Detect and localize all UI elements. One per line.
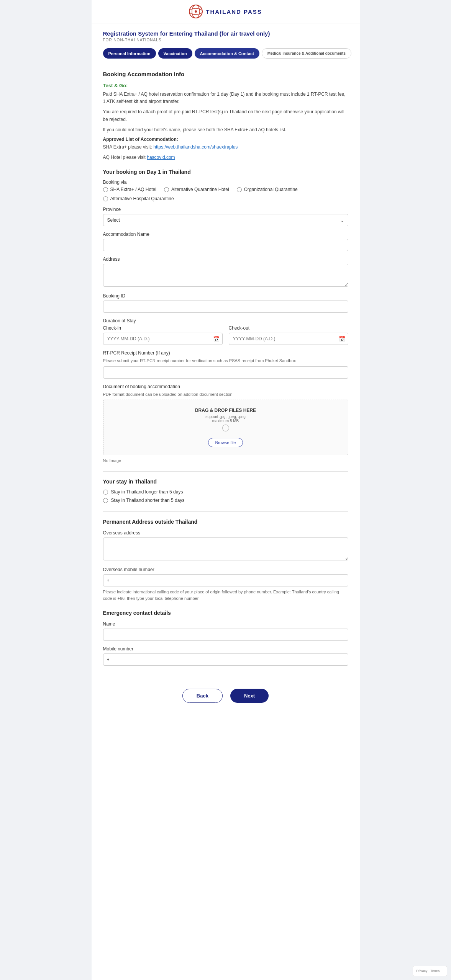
rtpcr-sublabel: Please submit your RT-PCR receipt number… <box>103 358 348 364</box>
radio-org-quarantine-label: Organizational Quarantine <box>244 187 298 192</box>
rtpcr-label: RT-PCR Receipt Number (If any) <box>103 350 348 356</box>
upload-icon <box>222 425 229 431</box>
emergency-mobile-prefix: + <box>107 657 110 662</box>
recaptcha-text: Privacy - Terms <box>416 969 440 973</box>
back-button[interactable]: Back <box>182 689 223 703</box>
booking-id-input[interactable] <box>103 301 348 313</box>
stay-shorter-option[interactable]: Stay in Thailand shorter than 5 days <box>103 498 348 503</box>
browse-file-button[interactable]: Browse file <box>208 438 243 447</box>
stay-longer-label: Stay in Thailand longer than 5 days <box>111 489 183 495</box>
aq-hotel-line: AQ Hotel please visit hascovid.com <box>103 154 348 161</box>
booking-option-alt-hospital[interactable]: Alternative Hospital Quarantine <box>103 196 174 201</box>
accommodation-name-label: Accommodation Name <box>103 232 348 237</box>
info-text-2: You are required to attach proof of pre-… <box>103 108 348 123</box>
drag-drop-text: DRAG & DROP FILES HERE <box>111 408 340 413</box>
emergency-section-title: Emergency contact details <box>103 610 348 616</box>
permanent-section-title: Permanent Address outside Thailand <box>103 519 348 525</box>
sha-extra-link[interactable]: https://web.thailandsha.com/shaextraplus <box>153 144 238 150</box>
emergency-name-label: Name <box>103 621 348 627</box>
info-label: Test & Go: <box>103 83 348 88</box>
checkin-wrapper: 📅 <box>103 333 223 345</box>
emergency-mobile-input[interactable] <box>103 653 348 666</box>
divider-1 <box>103 471 348 472</box>
step-personal[interactable]: Personal Information <box>103 48 156 59</box>
date-row: Check-in 📅 Check-out 📅 <box>103 325 348 345</box>
duration-field: Duration of Stay Check-in 📅 Check-out <box>103 318 348 345</box>
overseas-mobile-input[interactable] <box>103 574 348 586</box>
overseas-address-input[interactable] <box>103 537 348 560</box>
overseas-mobile-label: Overseas mobile number <box>103 567 348 572</box>
radio-alt-quarantine-label: Alternative Quarantine Hotel <box>171 187 229 192</box>
radio-stay-longer[interactable] <box>103 490 108 495</box>
emergency-section: Emergency contact details Name Mobile nu… <box>103 610 348 666</box>
booking-id-field: Booking ID <box>103 293 348 313</box>
address-input[interactable] <box>103 264 348 287</box>
rtpcr-input[interactable] <box>103 366 348 379</box>
info-text-3: If you could not find your hotel's name,… <box>103 126 348 134</box>
checkin-field: Check-in 📅 <box>103 325 223 345</box>
step-vaccination[interactable]: Vaccination <box>158 48 192 59</box>
radio-alt-hospital[interactable] <box>103 196 108 201</box>
step-accommodation[interactable]: Accommodation & Contact <box>195 48 259 59</box>
radio-stay-shorter[interactable] <box>103 498 108 503</box>
booking-option-alt-quarantine[interactable]: Alternative Quarantine Hotel <box>164 187 229 192</box>
page-title-section: Registration System for Entering Thailan… <box>92 23 360 44</box>
approved-heading: Approved List of Accommodation: <box>103 137 348 142</box>
booking-id-label: Booking ID <box>103 293 348 299</box>
radio-sha-label: SHA Extra+ / AQ Hotel <box>110 187 156 192</box>
province-select[interactable]: Select Bangkok Chiang Mai Phuket Pattaya <box>103 214 348 226</box>
day1-form-section: Your booking on Day 1 in Thailand Bookin… <box>103 169 348 463</box>
accommodation-name-input[interactable] <box>103 239 348 251</box>
aq-hotel-text: AQ Hotel please visit <box>103 155 147 160</box>
province-select-wrapper: Select Bangkok Chiang Mai Phuket Pattaya… <box>103 214 348 226</box>
address-field: Address <box>103 256 348 288</box>
thailand-pass-logo-icon <box>189 5 203 18</box>
no-image-text: No Image <box>103 458 348 463</box>
stay-section: Your stay in Thailand Stay in Thailand l… <box>103 479 348 503</box>
document-sublabel: PDF format document can be uploaded on a… <box>103 391 348 398</box>
overseas-address-label: Overseas address <box>103 530 348 536</box>
stay-title: Your stay in Thailand <box>103 479 348 485</box>
logo-area: THAILAND PASS <box>189 5 262 18</box>
page-title: Registration System for Entering Thailan… <box>103 30 348 37</box>
stay-shorter-label: Stay in Thailand shorter than 5 days <box>111 498 185 503</box>
booking-via-label: Booking via <box>103 180 348 185</box>
radio-sha-extra[interactable] <box>103 187 108 192</box>
rtpcr-field: RT-PCR Receipt Number (If any) Please su… <box>103 350 348 379</box>
file-support-text: support .jpg, .jpeg, .png <box>111 415 340 419</box>
page-subtitle: FOR NON-THAI NATIONALS <box>103 38 348 42</box>
header: THAILAND PASS <box>92 0 360 23</box>
emergency-name-field: Name <box>103 621 348 641</box>
checkout-input[interactable] <box>229 333 348 345</box>
checkout-wrapper: 📅 <box>229 333 348 345</box>
mobile-hint-text: Please indicate international calling co… <box>103 589 348 601</box>
radio-alt-quarantine[interactable] <box>164 187 169 192</box>
booking-option-org-quarantine[interactable]: Organizational Quarantine <box>237 187 298 192</box>
file-max-text: maximum 5 MB <box>111 419 340 423</box>
checkin-input[interactable] <box>103 333 223 345</box>
next-button[interactable]: Next <box>230 689 269 703</box>
file-upload-area[interactable]: DRAG & DROP FILES HERE support .jpg, .jp… <box>103 400 348 455</box>
permanent-address-section: Permanent Address outside Thailand Overs… <box>103 519 348 601</box>
stay-longer-option[interactable]: Stay in Thailand longer than 5 days <box>103 489 348 495</box>
duration-label: Duration of Stay <box>103 318 348 323</box>
radio-org-quarantine[interactable] <box>237 187 242 192</box>
overseas-address-field: Overseas address <box>103 530 348 562</box>
aq-hotel-link[interactable]: hascovid.com <box>147 155 175 160</box>
province-field: Province Select Bangkok Chiang Mai Phuke… <box>103 207 348 226</box>
booking-via-group: SHA Extra+ / AQ Hotel Alternative Quaran… <box>103 187 348 201</box>
address-label: Address <box>103 256 348 262</box>
accommodation-name-field: Accommodation Name <box>103 232 348 251</box>
recaptcha-notice: Privacy - Terms <box>413 966 447 976</box>
step-medical[interactable]: Medical insurance & Additional documents <box>262 48 351 59</box>
overseas-mobile-prefix: + <box>107 578 110 583</box>
info-text-1: Paid SHA Extra+ / AQ hotel reservation c… <box>103 91 348 105</box>
svg-point-3 <box>195 10 197 13</box>
checkout-label: Check-out <box>229 325 348 331</box>
overseas-mobile-field: Overseas mobile number + Please indicate… <box>103 567 348 601</box>
steps-bar: Personal Information Vaccination Accommo… <box>92 44 360 63</box>
booking-option-sha[interactable]: SHA Extra+ / AQ Hotel <box>103 187 156 192</box>
emergency-name-input[interactable] <box>103 629 348 641</box>
header-title: THAILAND PASS <box>206 8 262 15</box>
emergency-mobile-field: Mobile number + <box>103 646 348 666</box>
